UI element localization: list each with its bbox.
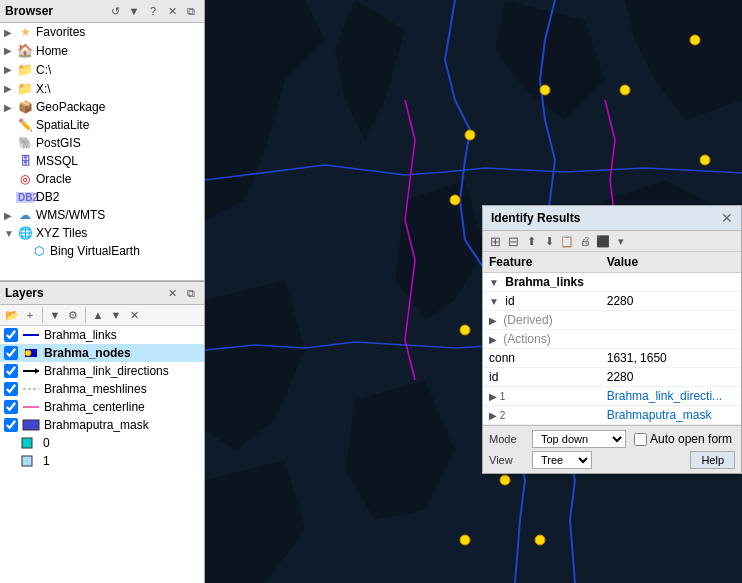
- mode-label: Mode: [489, 433, 524, 445]
- browser-item-bing[interactable]: ⬡ Bing VirtualEarth: [0, 242, 204, 260]
- layer-label: Brahma_links: [44, 328, 117, 342]
- auto-open-form-text: Auto open form: [650, 432, 732, 446]
- expand-arrow-icon[interactable]: ▶: [489, 315, 497, 326]
- add-layer-icon[interactable]: +: [22, 307, 38, 323]
- layers-header-icons: ✕ ⧉: [164, 285, 199, 301]
- filter-icon[interactable]: ▼: [126, 3, 142, 19]
- select-icon[interactable]: ⬇: [541, 233, 557, 249]
- browser-item-label: GeoPackage: [36, 100, 105, 114]
- layers-tree[interactable]: Brahma_links Brahma_nodes Brahma_link_di…: [0, 326, 204, 583]
- refresh-icon[interactable]: ↺: [107, 3, 123, 19]
- map-area[interactable]: Identify Results ✕ ⊞ ⊟ ⬆ ⬇ 📋 🖨 ⬛ ▾ Featu…: [205, 0, 742, 583]
- table-row[interactable]: conn 1631, 1650: [483, 349, 741, 368]
- identify-close-icon[interactable]: ✕: [721, 210, 733, 226]
- browser-item-spatialite[interactable]: ✏️ SpatiaLite: [0, 116, 204, 134]
- layers-title: Layers: [5, 286, 44, 300]
- layer-brahma-links[interactable]: Brahma_links: [0, 326, 204, 344]
- info-icon[interactable]: ?: [145, 3, 161, 19]
- browser-item-geopackage[interactable]: ▶ 📦 GeoPackage: [0, 98, 204, 116]
- table-row[interactable]: id 2280: [483, 368, 741, 387]
- browser-item-favorites[interactable]: ▶ ★ Favorites: [0, 23, 204, 41]
- print-icon[interactable]: 🖨: [577, 233, 593, 249]
- browser-close-icon[interactable]: ✕: [164, 3, 180, 19]
- table-row[interactable]: ▶ (Derived): [483, 311, 741, 330]
- open-layer-icon[interactable]: 📂: [4, 307, 20, 323]
- identify-mode-row: Mode Top down Current layer All layers A…: [489, 430, 735, 448]
- identify-toolbar: ⊞ ⊟ ⬆ ⬇ 📋 🖨 ⬛ ▾: [483, 231, 741, 252]
- value-col-header: Value: [601, 252, 741, 273]
- identify-settings-icon[interactable]: 📋: [559, 233, 575, 249]
- layer-checkbox[interactable]: [4, 418, 18, 432]
- table-row[interactable]: ▶ 2 Brahmaputra_mask: [483, 406, 741, 425]
- browser-item-label: Oracle: [36, 172, 71, 186]
- table-row[interactable]: ▶ (Actions): [483, 330, 741, 349]
- help-button[interactable]: Help: [690, 451, 735, 469]
- view-select[interactable]: Tree Table: [532, 451, 592, 469]
- svg-point-2: [25, 350, 31, 356]
- layer-brahma-nodes[interactable]: Brahma_nodes: [0, 344, 204, 362]
- auto-open-form-label: Auto open form: [634, 432, 732, 446]
- layer-mask-1[interactable]: 1: [0, 452, 204, 470]
- layers-float-icon[interactable]: ⧉: [183, 285, 199, 301]
- remove-layer-icon[interactable]: ✕: [126, 307, 142, 323]
- identify-dropdown-icon[interactable]: ▾: [613, 233, 629, 249]
- svg-point-15: [460, 325, 470, 335]
- layer-brahma-center[interactable]: Brahma_centerline: [0, 398, 204, 416]
- move-up-icon[interactable]: ▲: [90, 307, 106, 323]
- spatialite-icon: ✏️: [16, 118, 34, 132]
- collapse-all-icon[interactable]: ⊟: [505, 233, 521, 249]
- arrow-icon: ▶: [4, 27, 16, 38]
- table-row[interactable]: ▼ Brahma_links: [483, 273, 741, 292]
- browser-item-mssql[interactable]: 🗄 MSSQL: [0, 152, 204, 170]
- layer-checkbox[interactable]: [4, 364, 18, 378]
- expand-arrow-icon[interactable]: ▼: [489, 277, 499, 288]
- settings-icon[interactable]: ⚙: [65, 307, 81, 323]
- feature-cell: ▼ id: [483, 292, 601, 311]
- copy-icon[interactable]: ⬆: [523, 233, 539, 249]
- browser-item-wms[interactable]: ▶ ☁ WMS/WMTS: [0, 206, 204, 224]
- filter-layer-icon[interactable]: ▼: [47, 307, 63, 323]
- identify-panel: Identify Results ✕ ⊞ ⊟ ⬆ ⬇ 📋 🖨 ⬛ ▾ Featu…: [482, 205, 742, 474]
- auto-open-form-checkbox[interactable]: [634, 433, 647, 446]
- svg-point-19: [500, 475, 510, 485]
- layers-close-icon[interactable]: ✕: [164, 285, 180, 301]
- node-layer-icon: [21, 346, 41, 360]
- browser-float-icon[interactable]: ⧉: [183, 3, 199, 19]
- browser-item-db2[interactable]: DB2 DB2: [0, 188, 204, 206]
- layer-brahma-link-dir[interactable]: Brahma_link_directions: [0, 362, 204, 380]
- svg-point-20: [460, 535, 470, 545]
- identify-title-bar: Identify Results ✕: [483, 206, 741, 231]
- move-down-icon[interactable]: ▼: [108, 307, 124, 323]
- expand-all-icon[interactable]: ⊞: [487, 233, 503, 249]
- table-row[interactable]: ▼ id 2280: [483, 292, 741, 311]
- identify-more-icon[interactable]: ⬛: [595, 233, 611, 249]
- arrow-icon: ▶: [4, 64, 16, 75]
- browser-item-home[interactable]: ▶ 🏠 Home: [0, 41, 204, 60]
- layer-label: Brahmaputra_mask: [44, 418, 149, 432]
- browser-header: Browser ↺ ▼ ? ✕ ⧉: [0, 0, 204, 23]
- expand-arrow-icon[interactable]: ▶: [489, 334, 497, 345]
- layer-checkbox[interactable]: [4, 400, 18, 414]
- layer-brahma-mesh[interactable]: Brahma_meshlines: [0, 380, 204, 398]
- expand-arrow-icon[interactable]: ▼: [489, 296, 499, 307]
- layer-label: 0: [43, 436, 50, 450]
- browser-item-postgis[interactable]: 🐘 PostGIS: [0, 134, 204, 152]
- layer-checkbox[interactable]: [4, 328, 18, 342]
- geopackage-icon: 📦: [16, 100, 34, 114]
- browser-item-xyz[interactable]: ▼ 🌐 XYZ Tiles: [0, 224, 204, 242]
- layer-checkbox[interactable]: [4, 346, 18, 360]
- table-row[interactable]: ▶ 1 Brahma_link_directi...: [483, 387, 741, 406]
- mode-select[interactable]: Top down Current layer All layers: [532, 430, 626, 448]
- layer-mask-0[interactable]: 0: [0, 434, 204, 452]
- layer-brahmaputra-mask[interactable]: Brahmaputra_mask: [0, 416, 204, 434]
- value-cell: Brahma_link_directi...: [601, 387, 741, 406]
- browser-item-c[interactable]: ▶ 📁 C:\: [0, 60, 204, 79]
- browser-item-x[interactable]: ▶ 📁 X:\: [0, 79, 204, 98]
- browser-item-label: Favorites: [36, 25, 85, 39]
- oracle-icon: ◎: [16, 172, 34, 186]
- layer-checkbox[interactable]: [4, 382, 18, 396]
- browser-item-oracle[interactable]: ◎ Oracle: [0, 170, 204, 188]
- browser-tree[interactable]: ▶ ★ Favorites ▶ 🏠 Home ▶ 📁 C:\ ▶ 📁 X:\ ▶…: [0, 23, 204, 281]
- layer-label: Brahma_nodes: [44, 346, 131, 360]
- browser-item-label: SpatiaLite: [36, 118, 89, 132]
